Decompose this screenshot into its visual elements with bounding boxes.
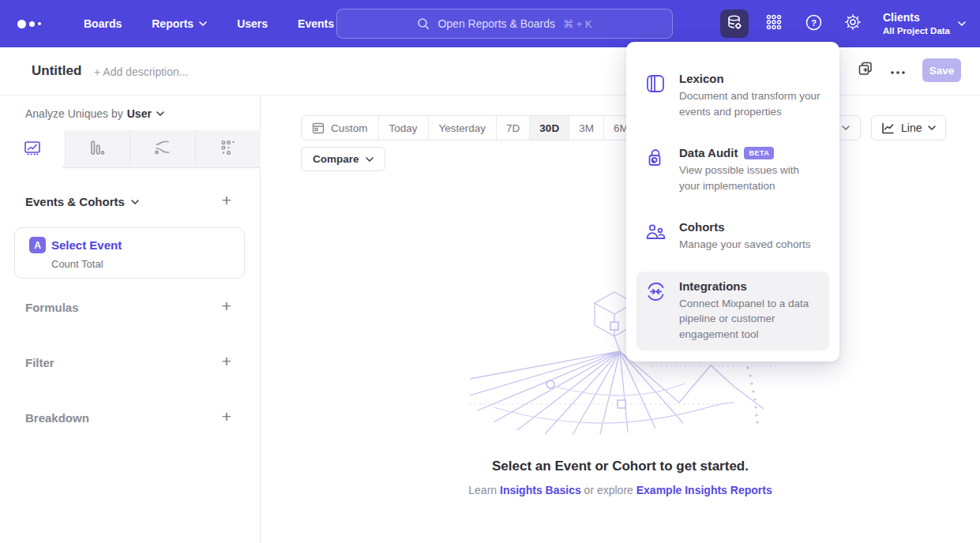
menu-item-description: View possible issues with your implement… bbox=[679, 163, 820, 193]
help-icon: ? bbox=[805, 13, 823, 35]
svg-text:?: ? bbox=[811, 17, 817, 27]
top-navbar: Boards Reports Users Events Open Reports… bbox=[0, 0, 980, 47]
menu-item-title: Lexicon bbox=[679, 72, 724, 85]
menu-item-description: Document and transform your events and p… bbox=[679, 88, 820, 119]
menu-item-cohorts[interactable]: Cohorts Manage your saved cohorts bbox=[636, 212, 829, 260]
duplicate-icon bbox=[858, 61, 873, 80]
menu-item-title: Cohorts bbox=[679, 220, 725, 234]
chart-type-label: Line bbox=[901, 122, 922, 134]
date-range-custom[interactable]: Custom bbox=[302, 116, 379, 140]
search-shortcut: ⌘ + K bbox=[563, 18, 592, 30]
compare-dropdown[interactable]: Compare bbox=[301, 147, 385, 171]
line-chart-icon bbox=[881, 122, 895, 134]
query-builder-sidebar: Analyze Uniques by User Events & Cohorts… bbox=[0, 95, 261, 543]
add-event-button[interactable]: + bbox=[219, 193, 235, 209]
breakdown-header: Breakdown bbox=[25, 411, 89, 425]
empty-state-subtext: Learn Insights Basics or explore Example… bbox=[261, 484, 980, 496]
data-audit-icon bbox=[645, 146, 666, 193]
duplicate-report-button[interactable] bbox=[858, 61, 873, 80]
chevron-down-icon bbox=[156, 111, 164, 116]
line-chart-tab-icon bbox=[24, 140, 41, 160]
apps-grid-button[interactable] bbox=[760, 9, 788, 38]
apps-grid-icon bbox=[765, 13, 783, 34]
date-range-7d[interactable]: 7D bbox=[497, 116, 530, 140]
compare-label: Compare bbox=[313, 153, 359, 165]
chevron-down-icon bbox=[928, 125, 936, 130]
ellipsis-icon bbox=[891, 63, 905, 77]
add-filter-button[interactable]: + bbox=[219, 354, 235, 370]
data-management-icon bbox=[726, 13, 743, 34]
menu-item-title: Integrations bbox=[679, 279, 747, 293]
example-insights-reports-link[interactable]: Example Insights Reports bbox=[636, 484, 772, 496]
chart-type-tabs bbox=[0, 130, 261, 168]
tab-bar-chart[interactable] bbox=[66, 130, 131, 168]
global-search-input[interactable]: Open Reports & Boards ⌘ + K bbox=[336, 9, 673, 39]
event-card[interactable]: A Select Event Count Total bbox=[14, 227, 245, 279]
menu-item-description: Connect Mixpanel to a data pipeline or c… bbox=[679, 296, 820, 343]
bar-chart-tab-icon bbox=[88, 139, 106, 159]
report-title[interactable]: Untitled bbox=[32, 63, 81, 79]
project-name: Clients bbox=[883, 11, 950, 25]
add-description-field[interactable]: + Add description... bbox=[94, 66, 188, 78]
cohorts-people-icon bbox=[645, 220, 666, 253]
project-scope: All Project Data bbox=[883, 25, 950, 36]
date-range-3m[interactable]: 3M bbox=[569, 116, 604, 140]
events-cohorts-header[interactable]: Events & Cohorts bbox=[25, 195, 139, 208]
search-placeholder: Open Reports & Boards bbox=[437, 17, 555, 30]
count-total-dropdown[interactable]: Count Total bbox=[51, 258, 103, 270]
empty-state-prefix: Learn bbox=[468, 484, 500, 496]
chevron-down-icon bbox=[958, 21, 966, 26]
chevron-down-icon bbox=[131, 200, 139, 204]
analyze-label: Analyze Uniques by bbox=[25, 107, 123, 120]
date-range-today[interactable]: Today bbox=[379, 116, 429, 140]
menu-item-description: Manage your saved cohorts bbox=[679, 237, 820, 253]
data-management-button[interactable] bbox=[720, 9, 749, 38]
insights-basics-link[interactable]: Insights Basics bbox=[500, 484, 581, 496]
chevron-down-icon bbox=[842, 125, 850, 130]
more-options-button[interactable] bbox=[891, 63, 905, 77]
menu-item-title: Data Audit bbox=[679, 146, 738, 159]
flows-tab-icon bbox=[153, 139, 172, 159]
help-button[interactable]: ? bbox=[799, 9, 828, 38]
nav-label: Users bbox=[237, 17, 268, 30]
save-button[interactable]: Save bbox=[922, 58, 961, 82]
menu-item-data-audit[interactable]: Data Audit BETA View possible issues wit… bbox=[636, 138, 829, 201]
tab-flows[interactable] bbox=[130, 130, 196, 168]
tab-insights-line[interactable] bbox=[0, 130, 66, 169]
chevron-down-icon bbox=[366, 157, 374, 162]
date-range-yesterday[interactable]: Yesterday bbox=[429, 116, 498, 140]
search-icon bbox=[417, 17, 430, 30]
menu-item-lexicon[interactable]: Lexicon Document and transform your even… bbox=[636, 64, 829, 127]
empty-state-heading: Select an Event or Cohort to get started… bbox=[261, 459, 980, 474]
settings-button[interactable] bbox=[839, 9, 867, 38]
select-event-link[interactable]: Select Event bbox=[51, 238, 122, 252]
nav-item-boards[interactable]: Boards bbox=[84, 17, 122, 30]
nav-item-users[interactable]: Users bbox=[237, 17, 268, 30]
add-breakdown-button[interactable]: + bbox=[219, 410, 235, 425]
menu-item-integrations[interactable]: Integrations Connect Mixpanel to a data … bbox=[636, 272, 829, 350]
nav-item-events[interactable]: Events bbox=[298, 17, 334, 30]
nav-label: Reports bbox=[152, 17, 193, 30]
beta-badge: BETA bbox=[744, 147, 774, 159]
lexicon-book-icon bbox=[645, 72, 666, 119]
analyze-value: User bbox=[127, 107, 152, 120]
analyze-uniques-row: Analyze Uniques by User bbox=[25, 107, 164, 120]
mixpanel-logo-icon[interactable] bbox=[17, 20, 54, 28]
date-range-30d[interactable]: 30D bbox=[530, 116, 569, 140]
grid-tab-icon bbox=[220, 139, 237, 159]
integrations-swap-icon bbox=[645, 279, 666, 343]
tab-grid[interactable] bbox=[196, 130, 261, 168]
chart-type-dropdown[interactable]: Line bbox=[871, 115, 946, 140]
calendar-icon bbox=[312, 122, 325, 134]
project-switcher[interactable]: Clients All Project Data bbox=[883, 11, 966, 36]
filter-header: Filter bbox=[25, 356, 54, 369]
chevron-down-icon bbox=[199, 21, 207, 26]
add-formula-button[interactable]: + bbox=[219, 299, 235, 315]
data-management-dropdown: Lexicon Document and transform your even… bbox=[626, 42, 839, 361]
nav-label: Boards bbox=[84, 17, 122, 30]
nav-item-reports[interactable]: Reports bbox=[152, 17, 207, 30]
empty-state-middle: or explore bbox=[581, 484, 636, 496]
analyze-value-dropdown[interactable]: User bbox=[127, 107, 164, 120]
event-letter-badge: A bbox=[29, 237, 46, 253]
nav-label: Events bbox=[298, 17, 334, 30]
